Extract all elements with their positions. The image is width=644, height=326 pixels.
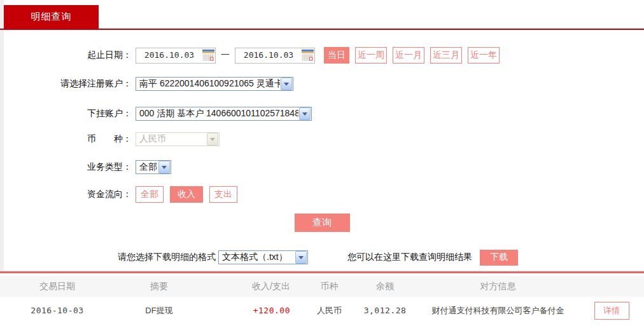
start-date-field (136, 48, 216, 64)
cell-amount: +120.00 (204, 297, 305, 324)
register-account-select[interactable]: 南平 6222001406100921065 灵通卡 (136, 77, 293, 91)
download-format-select[interactable]: 文本格式（.txt） (218, 250, 308, 264)
fund-flow-label: 资金流向： (0, 189, 132, 200)
dropdown-arrow-icon[interactable] (158, 161, 170, 173)
linked-account-label: 下挂账户： (0, 108, 132, 119)
business-type-value: 全部 (136, 161, 158, 173)
header-trade-date: 交易日期 (0, 276, 115, 297)
date-range-row: 起止日期： 一 (0, 47, 644, 64)
linked-account-value: 000 活期 基本户 1406600101102571848 (136, 108, 298, 119)
query-button[interactable]: 查询 (295, 214, 350, 232)
header-divider (0, 29, 644, 30)
register-account-label: 请选择注册账户： (0, 78, 132, 90)
header-action (579, 276, 644, 297)
quick-range-month-button[interactable]: 近一月 (393, 47, 424, 64)
end-date-input[interactable] (235, 48, 299, 62)
linked-account-row: 下挂账户： 000 活期 基本户 1406600101102571848 (0, 105, 644, 122)
detail-button[interactable]: 详情 (594, 302, 629, 320)
header-balance: 余额 (353, 276, 417, 297)
detail-query-page: 明细查询 起止日期： 一 (0, 0, 644, 326)
cell-action: 详情 (579, 297, 644, 324)
quick-range-quarter-button[interactable]: 近三月 (430, 47, 462, 64)
calendar-icon[interactable] (202, 49, 214, 61)
tab-title: 明细查询 (31, 11, 72, 23)
start-date-input[interactable] (136, 48, 200, 62)
header-counterparty: 对方信息 (417, 276, 579, 297)
dropdown-arrow-icon[interactable] (281, 78, 292, 90)
download-row: 请您选择下载明细的格式 文本格式（.txt） 您可以在这里下载查询明细结果 下载 (0, 249, 644, 266)
header-summary: 摘要 (115, 276, 204, 297)
header-currency: 币种 (305, 276, 353, 297)
currency-value: 人民币 (136, 133, 169, 145)
cell-summary: DF提现 (115, 297, 204, 324)
quick-range-year-button[interactable]: 近一年 (468, 47, 500, 64)
dropdown-arrow-icon[interactable] (295, 251, 307, 264)
tab-detail-query[interactable]: 明细查询 (4, 5, 99, 29)
date-range-label: 起止日期： (0, 50, 132, 61)
date-range-separator: 一 (221, 50, 230, 61)
cell-balance: 3,012.28 (353, 297, 417, 324)
currency-label: 币 种： (0, 133, 132, 145)
currency-row: 币 种： 人民币 (0, 131, 644, 147)
fund-flow-all-button[interactable]: 全部 (136, 186, 164, 203)
business-type-row: 业务类型： 全部 (0, 159, 644, 175)
download-button[interactable]: 下载 (480, 250, 518, 266)
end-date-field (235, 48, 315, 64)
business-type-select[interactable]: 全部 (136, 160, 171, 174)
table-header-row: 交易日期 摘要 收入/支出 币种 余额 对方信息 (0, 276, 644, 297)
download-format-label: 请您选择下载明细的格式 (118, 252, 216, 263)
cell-trade-date: 2016-10-03 (0, 297, 115, 324)
dropdown-arrow-icon (207, 133, 218, 146)
dropdown-arrow-icon[interactable] (299, 107, 311, 120)
register-account-row: 请选择注册账户： 南平 6222001406100921065 灵通卡 (0, 76, 644, 92)
query-row: 查询 (0, 214, 644, 232)
linked-account-select[interactable]: 000 活期 基本户 1406600101102571848 (136, 107, 312, 121)
quick-range-week-button[interactable]: 近一周 (355, 47, 387, 64)
download-hint: 您可以在这里下载查询明细结果 (347, 252, 472, 263)
cell-counterparty: 财付通支付科技有限公司客户备付金 (417, 297, 579, 324)
result-table: 交易日期 摘要 收入/支出 币种 余额 对方信息 2016-10-03 DF提现… (0, 276, 644, 324)
calendar-icon[interactable] (302, 49, 314, 61)
result-table-section: 交易日期 摘要 收入/支出 币种 余额 对方信息 2016-10-03 DF提现… (0, 271, 644, 324)
table-row: 2016-10-03 DF提现 +120.00 人民币 3,012.28 财付通… (0, 297, 644, 324)
currency-select: 人民币 (136, 132, 220, 146)
header-amount: 收入/支出 (204, 276, 305, 297)
register-account-value: 南平 6222001406100921065 灵通卡 (136, 78, 280, 90)
cell-currency: 人民币 (305, 297, 353, 324)
quick-range-today-button[interactable]: 当日 (324, 47, 349, 64)
fund-flow-row: 资金流向： 全部 收入 支出 (0, 186, 644, 203)
fund-flow-expense-button[interactable]: 支出 (209, 186, 237, 203)
fund-flow-income-button[interactable]: 收入 (170, 186, 203, 203)
business-type-label: 业务类型： (0, 161, 132, 173)
download-format-value: 文本格式（.txt） (219, 252, 291, 263)
